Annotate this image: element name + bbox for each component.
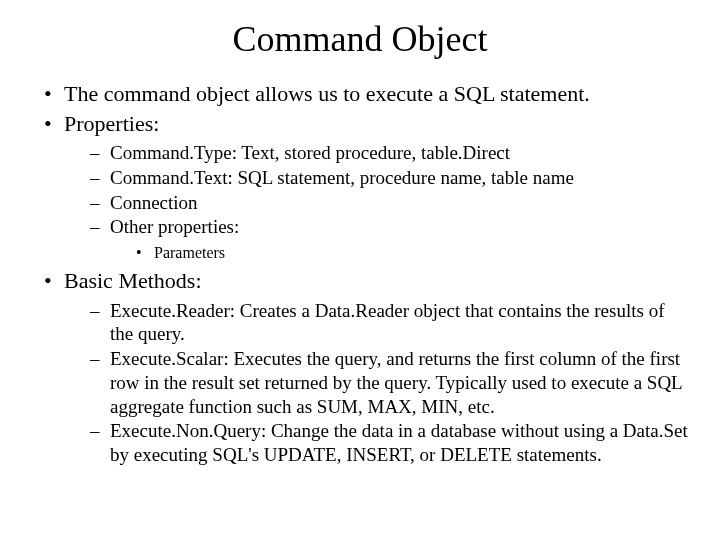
method-item: Execute.Scalar: Executes the query, and … xyxy=(90,347,690,418)
other-property-item: Parameters xyxy=(136,243,690,263)
property-other-label: Other properties: xyxy=(110,216,239,237)
bullet-intro: The command object allows us to execute … xyxy=(44,80,690,108)
slide-title: Command Object xyxy=(30,18,690,60)
property-item: Other properties: Parameters xyxy=(90,215,690,263)
slide: Command Object The command object allows… xyxy=(0,0,720,491)
property-item: Command.Type: Text, stored procedure, ta… xyxy=(90,141,690,165)
bullet-properties: Properties: Command.Type: Text, stored p… xyxy=(44,110,690,264)
properties-label: Properties: xyxy=(64,111,159,136)
bullet-list: The command object allows us to execute … xyxy=(30,80,690,467)
other-properties-list: Parameters xyxy=(110,243,690,263)
method-item: Execute.Reader: Creates a Data.Reader ob… xyxy=(90,299,690,347)
methods-label: Basic Methods: xyxy=(64,268,202,293)
properties-list: Command.Type: Text, stored procedure, ta… xyxy=(64,141,690,263)
methods-list: Execute.Reader: Creates a Data.Reader ob… xyxy=(64,299,690,467)
property-item: Command.Text: SQL statement, procedure n… xyxy=(90,166,690,190)
property-item: Connection xyxy=(90,191,690,215)
bullet-methods: Basic Methods: Execute.Reader: Creates a… xyxy=(44,267,690,467)
method-item: Execute.Non.Query: Change the data in a … xyxy=(90,419,690,467)
